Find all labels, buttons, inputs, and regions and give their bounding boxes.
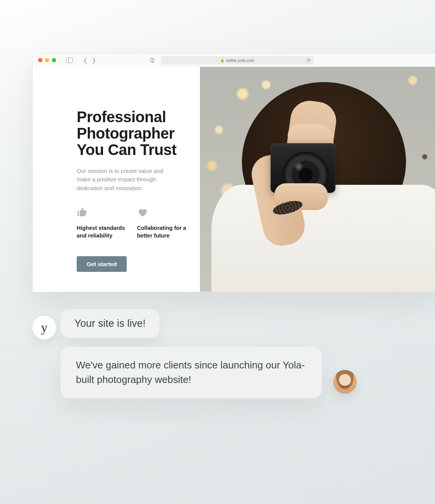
hero-left: Professional Photographer You Can Trust … xyxy=(33,67,200,292)
feature-label: Highest standards and reliability xyxy=(77,225,126,239)
hero-title-line: You Can Trust xyxy=(77,141,177,158)
thumbs-up-icon xyxy=(77,207,126,218)
chat-bubble: Your site is live! xyxy=(61,309,160,338)
maximize-icon[interactable] xyxy=(52,58,56,62)
hero-title-line: Professional xyxy=(77,108,166,125)
get-started-button[interactable]: Get started xyxy=(77,256,127,272)
feature-item: Highest standards and reliability xyxy=(77,207,126,239)
close-icon[interactable] xyxy=(38,58,42,62)
hero-subtitle: Our mission is to create value and make … xyxy=(77,167,176,193)
feature-item: Collaborating for a better future xyxy=(137,207,187,239)
back-button[interactable]: ❮ xyxy=(83,57,88,64)
lock-icon: 🔒 xyxy=(220,58,224,62)
feature-label: Collaborating for a better future xyxy=(137,225,187,239)
address-bar[interactable]: 🔒 editor.yola.com ⟳ xyxy=(161,56,314,65)
window-controls xyxy=(38,58,56,62)
url-text: editor.yola.com xyxy=(226,58,255,63)
hero-image xyxy=(200,67,435,292)
nav-arrows: ❮ ❯ xyxy=(83,57,97,64)
chat-message: Your site is live! xyxy=(74,318,146,330)
chat-message: We've gained more clients since launchin… xyxy=(76,358,307,387)
forward-button[interactable]: ❯ xyxy=(92,57,97,64)
minimize-icon[interactable] xyxy=(45,58,49,62)
hero-title-line: Photographer xyxy=(77,125,174,142)
chat-bubble: We've gained more clients since launchin… xyxy=(61,347,322,398)
reload-icon[interactable]: ⟳ xyxy=(307,58,311,63)
browser-window: ❮ ❯ 🔒 editor.yola.com ⟳ Professional Pho… xyxy=(32,53,435,292)
privacy-shield-icon[interactable] xyxy=(150,58,155,63)
page-content: Professional Photographer You Can Trust … xyxy=(33,67,435,292)
brand-avatar: y xyxy=(32,316,56,339)
photographer-illustration xyxy=(200,67,435,292)
heart-icon xyxy=(137,207,187,218)
browser-toolbar: ❮ ❯ 🔒 editor.yola.com ⟳ xyxy=(33,54,435,67)
sidebar-toggle-icon[interactable] xyxy=(66,58,73,63)
feature-row: Highest standards and reliability Collab… xyxy=(77,207,188,239)
user-avatar xyxy=(333,370,357,394)
hero-title: Professional Photographer You Can Trust xyxy=(77,109,188,158)
